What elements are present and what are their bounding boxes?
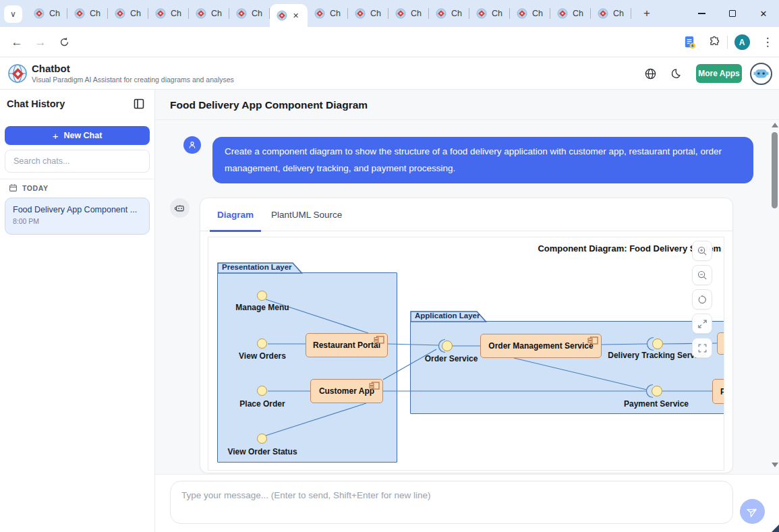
browser-menu-button[interactable]: ⋮ [756, 35, 779, 49]
document-download-icon [683, 36, 696, 49]
dark-mode-button[interactable] [668, 66, 683, 81]
today-section-header: TODAY [9, 183, 49, 192]
diagram-zoom-out-button[interactable] [692, 265, 712, 285]
label-payment-service: Payment Service [624, 399, 689, 409]
extensions-button[interactable] [701, 36, 727, 49]
scrollbar-up-arrow[interactable] [772, 123, 778, 127]
new-chat-button[interactable]: + New Chat [5, 126, 150, 145]
language-button[interactable] [643, 66, 658, 81]
more-apps-button[interactable]: More Apps [696, 64, 742, 83]
tab-list: Ch ✕ Ch ✕ Ch ✕ [27, 0, 631, 27]
browser-tab[interactable]: Ch ✕ [308, 0, 348, 27]
tab-title: Ch [171, 9, 181, 18]
user-avatar [183, 136, 201, 154]
browser-tab[interactable]: Ch ✕ [229, 0, 270, 27]
visual-paradigm-logo [7, 63, 28, 84]
profile-avatar: A [734, 34, 750, 50]
browser-tab[interactable]: Ch ✕ [591, 0, 631, 27]
visual-paradigm-favicon [557, 8, 568, 19]
visual-paradigm-favicon [517, 8, 527, 19]
minimize-icon [698, 13, 705, 13]
browser-tab[interactable]: Ch ✕ [148, 0, 189, 27]
tab-title: Ch [49, 9, 60, 18]
fullscreen-brackets-icon [697, 343, 708, 354]
browser-tab[interactable]: Ch ✕ [27, 0, 67, 27]
interface-ball-order-service [442, 341, 453, 351]
diagram-card-tabs: Diagram PlantUML Source [200, 198, 732, 231]
tab-close-icon[interactable]: ✕ [293, 11, 299, 20]
browser-tab[interactable]: Ch ✕ [510, 0, 550, 27]
tab-search-button[interactable]: ∨ [4, 5, 22, 23]
visual-paradigm-favicon [436, 8, 446, 19]
zoom-in-icon [697, 245, 708, 257]
interface-ball-payment-service [652, 386, 662, 396]
app-title: Chatbot [32, 63, 70, 74]
chat-history-sidebar: Chat History + New Chat TODAY Food Deliv… [0, 90, 155, 532]
tab-title: Ch [492, 9, 502, 18]
tab-title: Ch [532, 9, 543, 18]
browser-tab[interactable]: ✕ [270, 4, 308, 27]
sidebar-divider [0, 179, 155, 179]
assistant-diagram-card: Diagram PlantUML Source Component Diagra… [200, 198, 733, 473]
label-order-service: Order Service [425, 354, 478, 363]
tab-title: Ch [90, 9, 100, 18]
forward-button[interactable]: → [30, 27, 51, 57]
maximize-icon [729, 10, 736, 17]
conversation-header: Food Delivery App Component Diagram [155, 90, 779, 120]
browser-tab[interactable]: Ch ✕ [189, 0, 229, 27]
plus-icon: + [53, 130, 59, 142]
diagram-viewport[interactable]: Component Diagram: Food Delivery System … [208, 237, 724, 471]
visual-paradigm-favicon [155, 8, 166, 19]
visual-paradigm-favicon [314, 8, 325, 19]
tab-diagram[interactable]: Diagram [210, 198, 261, 231]
interface-ball-view-order-status [257, 434, 267, 444]
scrollbar-thumb[interactable] [772, 132, 778, 208]
back-button[interactable]: ← [7, 27, 27, 57]
panel-toggle-icon [134, 98, 144, 109]
assistant-avatar [170, 198, 190, 218]
window-minimize-button[interactable] [686, 0, 717, 27]
browser-tab[interactable]: Ch ✕ [550, 0, 591, 27]
user-message-bubble: Create a component diagram to show the s… [212, 137, 753, 183]
browser-tab[interactable]: Ch ✕ [108, 0, 148, 27]
label-manage-menu: Manage Menu [235, 303, 289, 312]
chat-history-item[interactable]: Food Delivery App Component ... 8:00 PM [5, 198, 150, 235]
new-tab-button[interactable]: + [638, 5, 656, 22]
reset-rotate-icon [697, 294, 708, 305]
reload-button[interactable] [54, 27, 74, 57]
component-customer-app: Customer App [310, 379, 383, 403]
sidebar-heading: Chat History [7, 98, 65, 109]
component-restaurant-portal: Restaurant Portal [306, 333, 388, 357]
interface-ball-view-orders [257, 338, 267, 349]
diagram-fullscreen-button[interactable] [692, 338, 712, 358]
browser-tab[interactable]: Ch ✕ [429, 0, 469, 27]
diagram-zoom-in-button[interactable] [692, 241, 712, 261]
browser-tab[interactable]: Ch ✕ [348, 0, 388, 27]
window-close-button[interactable]: ✕ [748, 0, 779, 27]
diagram-expand-button[interactable] [692, 314, 712, 334]
visual-paradigm-favicon [355, 8, 366, 19]
collapse-sidebar-button[interactable] [134, 98, 144, 109]
browser-tab[interactable]: Ch ✕ [388, 0, 429, 27]
search-chats-input[interactable] [5, 150, 150, 173]
docs-extension-button[interactable] [677, 36, 701, 49]
component-icon [374, 336, 384, 344]
component-order-management-service: Order Management Service [480, 334, 602, 358]
diagram-reset-button[interactable] [692, 289, 712, 309]
visual-paradigm-favicon [476, 8, 487, 19]
tab-title: Ch [411, 9, 422, 18]
window-maximize-button[interactable] [717, 0, 748, 27]
tab-title: Ch [613, 9, 624, 18]
browser-tab[interactable]: Ch ✕ [469, 0, 510, 27]
profile-button[interactable]: A [728, 34, 756, 50]
tab-plantuml-source[interactable]: PlantUML Source [264, 198, 349, 231]
close-icon: ✕ [760, 9, 768, 19]
message-input[interactable] [170, 481, 733, 524]
component-clipped-top [717, 332, 724, 355]
scrollbar-down-arrow[interactable] [772, 463, 778, 467]
label-view-order-status: View Order Status [227, 447, 297, 456]
browser-tab[interactable]: Ch ✕ [67, 0, 108, 27]
tab-title: Ch [451, 9, 462, 18]
send-button[interactable] [740, 499, 765, 524]
browser-window: ∨ Ch ✕ Ch ✕ [0, 0, 779, 532]
